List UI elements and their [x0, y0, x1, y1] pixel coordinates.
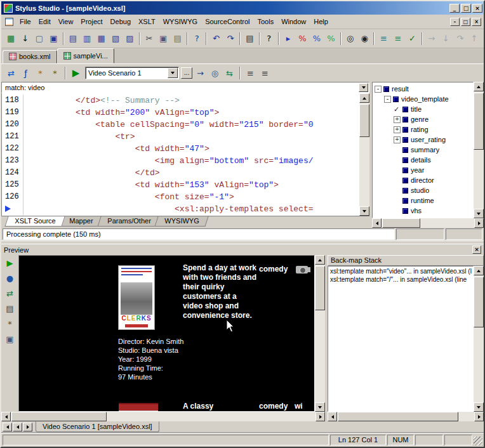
menu-window[interactable]: Window [277, 16, 310, 27]
preview-copy-icon[interactable]: ▣ [3, 333, 17, 346]
preview-hscrollbar[interactable] [1, 412, 325, 421]
undo-icon[interactable]: ↶ [209, 32, 223, 46]
save-icon[interactable]: ▣ [46, 32, 60, 46]
scroll-left-button[interactable] [328, 412, 337, 421]
scroll-track[interactable] [337, 412, 474, 421]
tab-scroll-first-button[interactable] [3, 423, 12, 432]
browse-scenarios-button[interactable]: ... [181, 67, 192, 79]
menu-tools[interactable]: Tools [253, 16, 277, 27]
maximize-button[interactable]: □ [461, 4, 471, 13]
tree-item-video_template[interactable]: -video_template [373, 94, 473, 104]
menu-project[interactable]: Project [77, 16, 106, 27]
tab-scroll-next-button[interactable] [23, 423, 32, 432]
word-wrap-icon[interactable]: ≡ [243, 66, 258, 80]
scroll-right-button[interactable] [316, 412, 325, 421]
editor-line[interactable]: 124 </td> [2, 167, 359, 179]
line-numbers-icon[interactable]: ≡ [258, 66, 272, 80]
tab-scroll-prev-button[interactable] [13, 423, 22, 432]
new-file-icon[interactable]: ▢ [32, 32, 46, 46]
scroll-down-button[interactable] [474, 402, 484, 412]
help-icon[interactable]: ? [262, 32, 276, 46]
scroll-up-button[interactable] [474, 266, 484, 275]
editor-tab-xslt-source[interactable]: XSLT Source [4, 216, 65, 227]
backmap-entry[interactable]: xsl:template match="video"... in sampleV… [328, 267, 473, 275]
tree-item-director[interactable]: director [373, 175, 473, 185]
tree-item-user_rating[interactable]: +user_rating [373, 135, 473, 145]
tree-item-rating[interactable]: +rating [373, 124, 473, 135]
find-icon[interactable]: ◎ [343, 32, 357, 46]
scroll-thumb[interactable] [474, 93, 484, 150]
find-next-icon[interactable]: ◉ [357, 32, 371, 46]
preview-run-icon[interactable]: ▶ [3, 256, 17, 270]
scroll-track[interactable] [474, 91, 484, 209]
paste-icon[interactable]: ▤ [170, 32, 184, 46]
expand-icon[interactable]: + [394, 126, 401, 133]
import-document-icon[interactable]: ↓ [18, 32, 32, 46]
scroll-up-button[interactable] [315, 255, 325, 265]
xml-editor-window-icon[interactable]: ▤ [66, 32, 80, 46]
scroll-thumb[interactable] [474, 277, 484, 327]
open-result-icon[interactable]: → [193, 66, 208, 80]
mapper-view-icon[interactable]: ⇆ [222, 66, 237, 80]
menu-debug[interactable]: Debug [107, 16, 135, 27]
child-minimize-button[interactable]: - [450, 18, 460, 26]
run-button[interactable]: ▶ [69, 66, 83, 80]
close-button[interactable]: × [472, 4, 482, 13]
post-process-icon[interactable]: * [48, 66, 62, 80]
xslt-preview-icon[interactable]: % [310, 32, 324, 46]
title-bar[interactable]: Stylus Studio - [sampleVideo.xsl] _ □ × [1, 1, 484, 15]
preview-settings-icon[interactable]: * [3, 317, 17, 331]
minimize-button[interactable]: _ [449, 4, 460, 13]
editor-line[interactable]: 122 <td width="47"> [2, 143, 359, 155]
scenario-select[interactable]: Video Scenario 1 [85, 67, 179, 79]
editor-line[interactable]: 125 <td width="153" vAlign="top"> [2, 179, 359, 191]
preview-source-icon[interactable]: ▤ [3, 302, 17, 315]
match-dropdown-button[interactable] [359, 83, 368, 92]
xpath-function-icon[interactable]: ƒ [18, 66, 33, 80]
editor-line[interactable]: 121 <tr> [2, 131, 359, 143]
scroll-thumb[interactable] [315, 266, 325, 310]
child-restore-button[interactable]: □ [461, 18, 470, 26]
query-window-icon[interactable]: ▧ [109, 32, 123, 46]
menu-sourcecontrol[interactable]: SourceControl [201, 16, 253, 27]
backmap-hscrollbar[interactable] [328, 412, 484, 421]
tree-item-year[interactable]: year [373, 165, 473, 175]
preview-tab[interactable]: Video Scenario 1 [sampleVideo.xsl] [36, 421, 159, 432]
editor-tab-wysiwyg[interactable]: WYSIWYG [155, 216, 209, 227]
editor-line[interactable]: <xsl:apply-templates select= [2, 203, 359, 215]
tree-item-vhs[interactable]: vhs [373, 206, 473, 216]
scroll-track[interactable] [11, 412, 316, 421]
document-tab-1[interactable]: books.xml [3, 50, 57, 63]
document-tab-2[interactable]: sampleVi... [57, 48, 114, 63]
editor-line[interactable]: 120 <table cellSpacing="0" width="215" b… [2, 119, 359, 131]
scroll-down-button[interactable] [315, 402, 325, 412]
code-editor[interactable]: 118 </td><!-- Summary -->119 <td width="… [1, 93, 369, 216]
tree-item-result[interactable]: -result [373, 84, 473, 94]
tree-item-title[interactable]: ✓title [373, 104, 473, 114]
xslt-mapping-icon[interactable]: % [295, 32, 309, 46]
preview-close-button[interactable]: × [472, 246, 481, 254]
tree-item-genre[interactable]: +genre [373, 114, 473, 124]
cut-icon[interactable]: ✂ [142, 32, 156, 46]
new-xml-document-icon[interactable]: ▦ [4, 32, 18, 46]
backmap-entry[interactable]: xsl:template match="/"... in sampleVideo… [328, 275, 473, 284]
schema-editor-window-icon[interactable]: ▥ [80, 32, 94, 46]
scroll-thumb[interactable] [338, 412, 458, 421]
tree-hscrollbar[interactable] [372, 218, 484, 228]
scroll-track[interactable] [359, 103, 369, 206]
properties-icon[interactable]: ? [190, 32, 204, 46]
menu-file[interactable]: File [16, 16, 35, 27]
collapse-icon[interactable]: - [384, 96, 391, 103]
menu-wysiwyg[interactable]: WYSIWYG [159, 16, 201, 27]
resize-grip[interactable] [474, 437, 482, 445]
scenario-properties-icon[interactable]: * [33, 66, 48, 80]
backmap-vscrollbar[interactable] [474, 266, 484, 412]
editor-line[interactable]: 126 <font size="-1"> [2, 191, 359, 203]
scroll-thumb[interactable] [11, 412, 107, 421]
menu-view[interactable]: View [55, 16, 77, 27]
menu-xslt[interactable]: XSLT [135, 16, 159, 27]
scroll-left-button[interactable] [372, 218, 382, 228]
print-icon[interactable]: ▤ [242, 32, 256, 46]
tree-vscrollbar[interactable] [474, 82, 484, 218]
scroll-right-button[interactable] [474, 218, 484, 228]
